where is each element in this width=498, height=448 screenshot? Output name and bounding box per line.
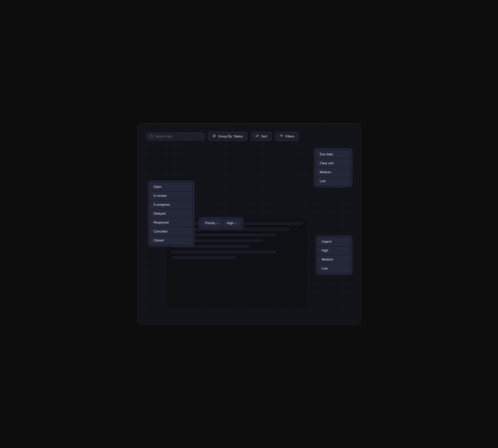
sort-option-due-date[interactable]: Due date	[316, 150, 350, 159]
sort-label: Sort	[261, 135, 267, 138]
status-option-in-review[interactable]: In review	[150, 192, 192, 200]
priority-dropdown: Urgent High Medium Low	[316, 235, 352, 275]
priority-option-medium[interactable]: Medium	[318, 256, 350, 264]
status-option-delayed[interactable]: Delayed	[150, 209, 192, 218]
filters-icon	[280, 134, 283, 139]
sort-button[interactable]: Sort	[251, 132, 272, 141]
priority-filter-label: Priority	[205, 221, 215, 225]
status-option-in-progress[interactable]: In progress	[150, 201, 192, 209]
filter-row: Priority ▾ High ▾	[199, 217, 243, 229]
group-by-icon	[213, 134, 216, 139]
status-option-closed[interactable]: Closed	[150, 236, 192, 244]
status-option-open[interactable]: Open	[150, 183, 192, 191]
svg-rect-2	[213, 135, 216, 135]
high-filter-select[interactable]: High ▾	[223, 219, 240, 227]
filters-button[interactable]: Filters	[275, 132, 299, 141]
sort-option-medium[interactable]: Medium	[316, 168, 350, 176]
search-icon	[150, 135, 153, 138]
app-container: Search task Group By: Status Sort	[138, 124, 361, 324]
svg-rect-3	[213, 136, 215, 136]
priority-filter-select[interactable]: Priority ▾	[202, 219, 222, 227]
group-by-label: Group By: Status	[218, 135, 243, 138]
sort-option-clear-sort[interactable]: Clear sort	[316, 159, 350, 167]
priority-chevron-icon: ▾	[217, 222, 218, 225]
priority-option-low[interactable]: Low	[318, 264, 350, 272]
sort-icon	[255, 134, 259, 139]
status-option-canceled[interactable]: Canceled	[150, 227, 192, 236]
search-placeholder: Search task	[155, 135, 172, 138]
svg-rect-4	[213, 137, 215, 137]
filters-label: Filters	[285, 135, 294, 138]
sort-dropdown: Due date Clear sort Medium Low	[314, 148, 352, 187]
group-by-button[interactable]: Group By: Status	[208, 132, 248, 141]
sort-option-low[interactable]: Low	[316, 177, 350, 185]
priority-option-urgent[interactable]: Urgent	[318, 238, 350, 246]
high-filter-label: High	[227, 221, 233, 225]
toolbar: Search task Group By: Status Sort	[146, 132, 352, 141]
status-option-reopened[interactable]: Reopened	[150, 219, 192, 227]
svg-line-1	[152, 137, 153, 138]
high-chevron-icon: ▾	[235, 222, 236, 225]
search-bar[interactable]: Search task	[146, 132, 205, 141]
status-dropdown: Open In review In progress Delayed Reope…	[148, 180, 194, 247]
priority-option-high[interactable]: High	[318, 247, 350, 255]
